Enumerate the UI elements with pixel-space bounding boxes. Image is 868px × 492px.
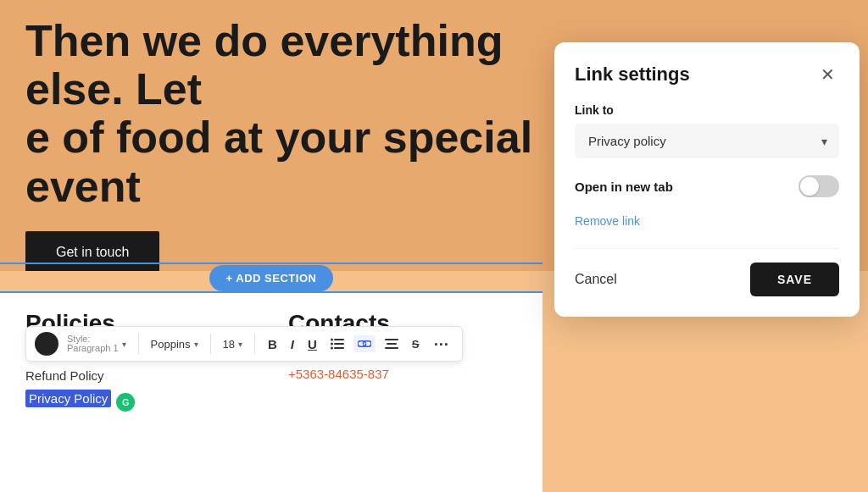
cancel-button[interactable]: Cancel [575, 272, 617, 287]
svg-rect-7 [387, 343, 397, 345]
underline-button[interactable]: U [303, 334, 321, 354]
add-section-bar: + ADD SECTION [0, 263, 542, 293]
svg-rect-8 [385, 347, 398, 349]
link-to-select-wrapper: Privacy policy Terms and Conditions Refu… [575, 124, 839, 158]
align-button[interactable] [381, 335, 403, 352]
open-new-tab-label: Open in new tab [575, 180, 673, 194]
style-color-dot [35, 332, 58, 356]
save-button[interactable]: SAVE [750, 263, 839, 296]
link-button[interactable] [353, 335, 376, 352]
hero-text: Then we do everything else. Let e of foo… [25, 17, 568, 211]
refund-link[interactable]: Refund Policy [25, 368, 254, 383]
remove-link-button[interactable]: Remove link [575, 214, 640, 228]
link-settings-modal: Link settings ✕ Link to Privacy policy T… [554, 42, 860, 317]
strikethrough-button[interactable]: S [408, 335, 424, 353]
style-select[interactable]: Style: Paragraph 1 ▾ [64, 333, 130, 355]
modal-close-button[interactable]: ✕ [815, 63, 839, 86]
bold-button[interactable]: B [264, 334, 281, 354]
font-arrow: ▾ [194, 340, 198, 349]
font-name: Poppins [151, 338, 191, 351]
svg-point-4 [331, 343, 333, 346]
modal-title: Link settings [575, 64, 690, 86]
italic-button[interactable]: I [287, 334, 298, 354]
svg-rect-6 [385, 339, 398, 340]
bottom-section: Policies Terms and Conditions Refund Pol… [0, 293, 542, 492]
open-new-tab-toggle[interactable] [798, 175, 839, 197]
svg-rect-1 [334, 343, 344, 345]
svg-rect-0 [334, 339, 344, 340]
svg-point-3 [331, 339, 333, 341]
svg-rect-2 [334, 347, 344, 349]
link-to-label: Link to [575, 103, 839, 117]
text-toolbar: Style: Paragraph 1 ▾ Poppins ▾ 18 ▾ B I … [25, 326, 463, 362]
font-size-select[interactable]: 18 ▾ [220, 336, 246, 352]
contact-phone[interactable]: +5363-84635-837 [288, 367, 517, 381]
modal-footer: Cancel SAVE [575, 248, 839, 296]
more-options-button[interactable]: ⋯ [429, 332, 453, 356]
privacy-link[interactable]: Privacy Policy [25, 390, 111, 407]
style-select-arrow: ▾ [122, 340, 126, 349]
add-section-button[interactable]: + ADD SECTION [209, 265, 334, 291]
link-to-select[interactable]: Privacy policy Terms and Conditions Refu… [575, 124, 839, 158]
divider-1 [138, 334, 139, 354]
hero-line1: Then we do everything else. Let [25, 16, 503, 113]
divider-3 [254, 334, 255, 354]
divider-2 [210, 334, 211, 354]
hero-line2: e of food at your special event [25, 113, 532, 210]
grammarly-icon: G [116, 393, 135, 412]
modal-header: Link settings ✕ [575, 63, 839, 86]
svg-point-5 [331, 347, 333, 350]
open-new-tab-row: Open in new tab [575, 175, 839, 197]
style-value-text: Paragraph 1 [67, 343, 119, 353]
font-size-value: 18 [223, 338, 235, 351]
font-select[interactable]: Poppins ▾ [147, 336, 202, 352]
list-button[interactable] [326, 335, 348, 352]
style-label: Style: Paragraph 1 [67, 334, 119, 353]
font-size-arrow: ▾ [238, 340, 242, 349]
